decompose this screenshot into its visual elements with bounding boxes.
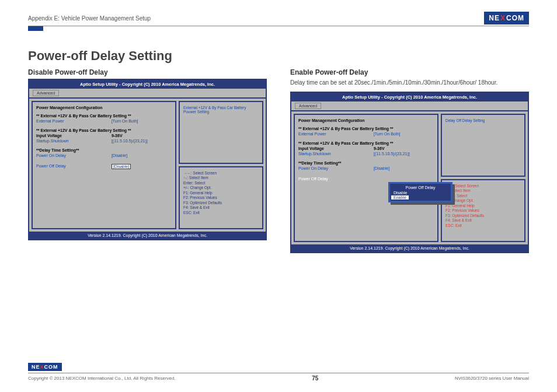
startup-shutdown-label[interactable]: Startup.Shutdown bbox=[298, 152, 374, 156]
bios-main-panel: Power Management Configuration ** Extern… bbox=[32, 101, 176, 229]
page-number: 75 bbox=[312, 375, 318, 382]
section-title: Power Management Configuration bbox=[36, 106, 172, 110]
external-power-value: [Turn On Both] bbox=[374, 132, 434, 136]
page-title: Power-off Delay Setting bbox=[28, 48, 529, 64]
group3: **Delay Time Setting** bbox=[298, 161, 434, 165]
appendix-label: Appendix E: Vehicle Power Management Set… bbox=[28, 15, 151, 22]
section-title: Power Management Configuration bbox=[298, 118, 434, 123]
popup-title: Power Off Delay bbox=[391, 185, 450, 190]
input-voltage-label: Input Voltage bbox=[36, 134, 112, 138]
bios-screenshot-enable: Aptio Setup Utility - Copyright (C) 2010… bbox=[290, 92, 529, 253]
bios-footer: Version 2.14.1219. Copyright (C) 2010 Am… bbox=[29, 232, 266, 239]
bios-info-panel: Delay Off Delay Setting bbox=[441, 114, 525, 177]
right-description: Delay time can be set at 20sec./1min./5m… bbox=[290, 79, 529, 87]
bios-title: Aptio Setup Utility - Copyright (C) 2010… bbox=[291, 93, 528, 102]
bios-info-panel: External +12V & By Pass Car Battery Pouw… bbox=[179, 101, 263, 164]
page-header: Appendix E: Vehicle Power Management Set… bbox=[28, 12, 529, 26]
page-footer: NEXCOM Copyright © 2013 NEXCOM Internati… bbox=[28, 373, 529, 382]
right-column: Enable Power-off Delay Delay time can be… bbox=[290, 68, 529, 253]
input-voltage-value: 9-36V bbox=[112, 134, 172, 138]
footer-logo: NEXCOM bbox=[28, 363, 62, 371]
power-on-delay-label[interactable]: Power On Delay bbox=[298, 166, 374, 170]
group2: ** External +12V & By Pass Car Battery S… bbox=[36, 128, 172, 132]
bios-help-panel: →←: Select Screen ↑↓: Select Item Enter:… bbox=[179, 166, 263, 229]
input-voltage-label: Input Voltage bbox=[298, 146, 374, 150]
accent-bar bbox=[28, 26, 43, 31]
startup-shutdown-value: [(11.5.10.5)/(23,21)] bbox=[112, 139, 172, 143]
bios-footer: Version 2.14.1219. Copyright (C) 2010 Am… bbox=[291, 244, 528, 252]
bios-tabs: Advanced bbox=[291, 102, 528, 110]
input-voltage-value: 9-36V bbox=[374, 146, 434, 150]
group1: ** External +12V & By Pass Car Battery S… bbox=[36, 114, 172, 118]
external-power-label[interactable]: External Power bbox=[36, 119, 112, 123]
power-off-delay-label[interactable]: Power Off Delay bbox=[298, 177, 374, 181]
manual-name: NViS3620/3720 series User Manual bbox=[455, 376, 529, 381]
popup-option-disable[interactable]: Disable bbox=[391, 190, 450, 195]
bios-tabs: Advanced bbox=[29, 89, 266, 97]
popup-option-enable-selected[interactable]: Enable bbox=[391, 195, 409, 200]
group3: **Delay Time Setting** bbox=[36, 148, 172, 152]
left-heading: Disable Power-off Delay bbox=[28, 68, 267, 76]
nexcom-logo: NEXCOM bbox=[484, 12, 529, 24]
power-off-delay-value-selected[interactable]: [Disable] bbox=[112, 164, 131, 169]
power-on-delay-value: [Disable] bbox=[112, 153, 172, 158]
bios-screenshot-disable: Aptio Setup Utility - Copyright (C) 2010… bbox=[28, 79, 267, 240]
bios-main-panel: Power Management Configuration ** Extern… bbox=[294, 114, 438, 242]
left-column: Disable Power-off Delay Aptio Setup Util… bbox=[28, 68, 267, 253]
startup-shutdown-label[interactable]: Startup.Shutdown bbox=[36, 139, 112, 143]
power-off-delay-label[interactable]: Power Off Delay bbox=[36, 164, 112, 169]
power-on-delay-value: [Disable] bbox=[374, 166, 434, 170]
power-off-delay-popup[interactable]: Power Off Delay Disable Enable bbox=[388, 182, 452, 202]
startup-shutdown-value: [(11.5.10.5)/(23,21)] bbox=[374, 152, 434, 156]
bios-help-panel: →←: Select Screen ↑↓: Select Item Enter:… bbox=[441, 179, 525, 242]
external-power-label[interactable]: External Power bbox=[298, 132, 374, 136]
power-on-delay-label[interactable]: Power On Delay bbox=[36, 153, 112, 158]
info-text: External +12V & By Pass Car Battery Pouw… bbox=[183, 106, 259, 114]
right-heading: Enable Power-off Delay bbox=[290, 68, 529, 76]
copyright: Copyright © 2013 NEXCOM International Co… bbox=[28, 376, 176, 381]
group1: ** External +12V & By Pass Car Battery S… bbox=[298, 127, 434, 131]
group2: ** External +12V & By Pass Car Battery S… bbox=[298, 141, 434, 145]
bios-title: Aptio Setup Utility - Copyright (C) 2010… bbox=[29, 80, 266, 89]
external-power-value: [Turn On Both] bbox=[112, 119, 172, 123]
tab-advanced[interactable]: Advanced bbox=[33, 90, 59, 96]
info-text: Delay Off Delay Setting bbox=[445, 118, 521, 123]
tab-advanced[interactable]: Advanced bbox=[295, 103, 321, 109]
